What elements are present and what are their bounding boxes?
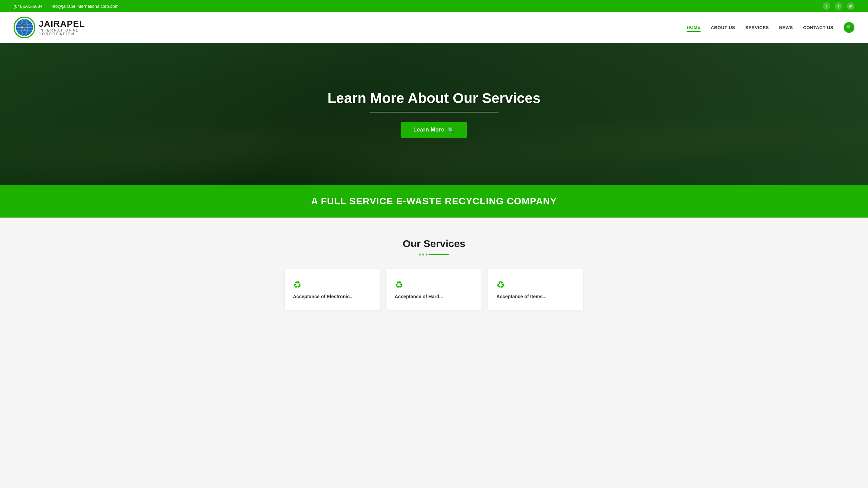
hero-section: Learn More About Our Services Learn More… [0,43,868,185]
nav-news[interactable]: NEWS [779,24,793,32]
navbar: 🦅 JAIRAPEL INTERNATIONAL CORPORATION HOM… [0,12,868,43]
services-section: Our Services ♻ Acceptance of Electronic.… [0,218,868,323]
nav-about[interactable]: ABOUT US [711,24,735,32]
services-title: Our Services [14,238,854,249]
service-icon-1: ♻ [293,279,372,290]
service-label-3: Acceptance of Items... [496,294,575,299]
phone-number: (046)501-6634 [14,4,42,9]
top-bar: (046)501-6634 info@jairapelinternational… [0,0,868,12]
twitter-icon[interactable]: t [835,2,842,10]
nav-links: HOME ABOUT US SERVICES NEWS CONTACT US 🔍 [687,22,854,33]
learn-more-icon: 🔍 [448,127,455,133]
linkedin-icon[interactable]: in [847,2,854,10]
brand-name: JAIRAPEL [39,19,85,29]
service-label-1: Acceptance of Electronic... [293,294,372,299]
social-links: f t in [823,2,854,10]
svg-point-0 [16,19,33,36]
hero-divider [370,112,498,113]
svg-point-1 [21,19,28,36]
search-icon: 🔍 [846,25,852,30]
search-button[interactable]: 🔍 [844,22,854,33]
contact-info: (046)501-6634 info@jairapelinternational… [14,4,119,9]
hero-content: Learn More About Our Services Learn More… [328,90,541,138]
learn-more-button[interactable]: Learn More 🔍 [401,122,467,138]
service-card-3: ♻ Acceptance of Items... [488,269,583,310]
underline-dot-3 [426,253,428,256]
nav-contact[interactable]: CONTACT US [803,24,833,32]
logo-circle: 🦅 [14,17,35,38]
service-icon-3: ♻ [496,279,575,290]
globe-svg: 🦅 [16,19,33,36]
logo-globe-icon: 🦅 [16,19,33,36]
underline-dot-1 [419,253,421,256]
underline-dot-2 [422,253,424,256]
facebook-icon[interactable]: f [823,2,830,10]
service-card-1: ♻ Acceptance of Electronic... [285,269,380,310]
underline-line [429,254,449,255]
service-icon-2: ♻ [395,279,473,290]
nav-services[interactable]: SERVICES [745,24,769,32]
brand-sub2: CORPORATION [39,32,85,36]
svg-text:🦅: 🦅 [20,23,28,31]
logo[interactable]: 🦅 JAIRAPEL INTERNATIONAL CORPORATION [14,17,85,38]
green-band-text: A FULL SERVICE E-WASTE RECYCLING COMPANY [0,196,868,207]
hero-title: Learn More About Our Services [328,90,541,106]
brand-sub1: INTERNATIONAL [39,28,85,32]
services-cards: ♻ Acceptance of Electronic... ♻ Acceptan… [14,269,854,310]
logo-text: JAIRAPEL INTERNATIONAL CORPORATION [39,19,85,36]
email-address: info@jairapelinternationalcorp.com [51,4,118,9]
learn-more-label: Learn More [413,127,444,133]
nav-home[interactable]: HOME [687,23,701,32]
service-card-2: ♻ Acceptance of Hard... [387,269,481,310]
green-band: A FULL SERVICE E-WASTE RECYCLING COMPANY [0,185,868,218]
service-label-2: Acceptance of Hard... [395,294,473,299]
services-underline [14,253,854,256]
